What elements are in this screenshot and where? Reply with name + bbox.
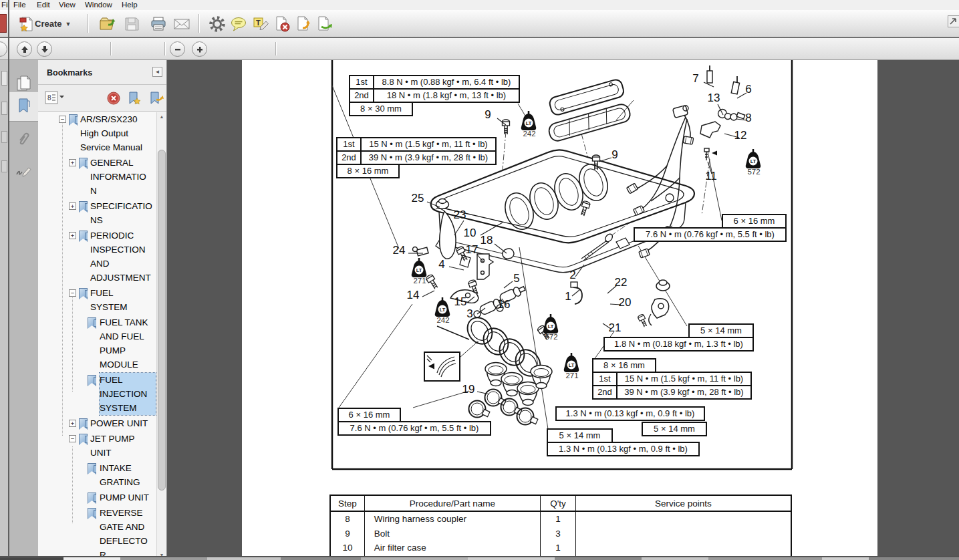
delete-bookmark-icon[interactable] [107,92,120,105]
collapse-panel-button[interactable]: ◄ [152,67,162,77]
previous-page-button[interactable] [17,41,32,57]
spec-text: 5 × 14 mm [688,323,754,338]
scrollbar-thumb[interactable] [158,150,166,491]
bookmark-item-pump-unit[interactable]: PUMP UNIT [38,491,156,505]
spec-text: 39 N • m (3.9 kgf • m, 28 ft • lb) [360,150,497,165]
bookmark-label[interactable]: JET PUMP UNIT [90,432,152,460]
bookmark-label[interactable]: PUMP UNIT [100,491,156,505]
nav-panel-strip [9,60,38,556]
print-icon[interactable] [149,15,168,33]
create-button[interactable]: Create ▼ [15,13,75,35]
bookmark-label[interactable]: POWER UNIT [90,416,152,430]
menu-file[interactable]: File [13,1,26,9]
svg-text:LT: LT [526,120,532,126]
email-icon[interactable] [172,15,191,33]
bookmark-label[interactable]: AR/SR/SX230 High Output Service Manual [80,112,151,154]
text-edit-icon[interactable]: T [251,15,270,33]
menu-help[interactable]: Help [122,1,138,9]
spec-text: 2nd [349,88,374,103]
column-header: Q'ty [541,496,576,511]
background-window-sliver [0,60,8,556]
menu-view[interactable]: View [59,1,76,9]
collapse-icon[interactable]: − [59,116,66,123]
background-partial-button [0,41,7,57]
table-cell: 10 [331,541,365,555]
bookmark-item-fuel-injection-system[interactable]: FUEL INJECTION SYSTEM [38,373,156,415]
zoom-in-button[interactable] [192,41,207,57]
loctite-242-icon: LT242 [431,297,455,324]
bookmark-label[interactable]: SPECIFICATIO NS [90,199,152,227]
bookmarks-scrollbar[interactable]: ▲ ▼ [156,112,166,560]
loctite-572-icon: LT572 [539,314,563,341]
table-row: 9Bolt3 [331,527,791,541]
bookmark-label[interactable]: FUEL TANK AND FUEL PUMP MODULE [100,315,156,372]
scroll-up-icon[interactable]: ▲ [157,112,166,122]
bookmark-icon [88,317,96,329]
part-number-label: 12 [734,129,747,142]
part-number-label: 9 [485,108,491,122]
save-icon[interactable] [122,15,141,33]
bookmark-item-ar-sr-sx230-high-output-service-manual[interactable]: −AR/SR/SX230 High Output Service Manual [38,112,156,154]
bookmark-label[interactable]: PERIODIC INSPECTION AND ADJUSTMENT [90,229,152,285]
attachments-icon[interactable] [9,124,38,155]
torque-spec-box: 1st8.8 N • m (0.88 kgf • m, 6.4 ft • lb)… [349,75,520,116]
expand-icon[interactable]: + [69,159,76,166]
part-number-label: 20 [619,296,632,309]
bookmark-icon [88,463,96,474]
svg-text:LT: LT [548,323,554,329]
column-header: Step [331,496,365,511]
bookmark-label[interactable]: FUEL SYSTEM [90,286,152,314]
goto-bookmark-icon[interactable] [148,91,164,106]
settings-icon[interactable] [208,15,227,33]
comment-bubble-icon[interactable] [229,15,248,33]
spec-text: 1st [336,137,362,152]
bookmark-item-intake-grating[interactable]: INTAKE GRATING [38,461,156,489]
menu-edit[interactable]: Edit [37,1,50,9]
part-number-label: 8 [745,112,751,125]
bookmark-item-specificatio-ns[interactable]: +SPECIFICATIO NS [38,199,156,227]
delete-page-icon[interactable] [273,15,291,33]
bookmark-item-fuel-system[interactable]: −FUEL SYSTEM [38,286,156,314]
bookmark-label[interactable]: FUEL INJECTION SYSTEM [100,373,156,415]
expand-icon[interactable]: + [69,202,76,210]
bookmark-item-fuel-tank-and-fuel-pump-module[interactable]: FUEL TANK AND FUEL PUMP MODULE [38,315,156,372]
open-file-icon[interactable] [98,15,117,33]
extract-page-icon[interactable] [294,15,313,33]
part-number-label: 10 [464,227,476,240]
bookmark-item-power-unit[interactable]: +POWER UNIT [38,416,156,430]
svg-text:LT: LT [569,362,575,368]
menu-window[interactable]: Window [85,1,112,9]
spec-text: 39 N • m (3.9 kgf • m, 28 ft • lb) [616,385,752,400]
new-bookmark-icon[interactable] [127,91,142,106]
bookmarks-panel-icon[interactable] [9,91,38,122]
bookmark-item-jet-pump-unit[interactable]: −JET PUMP UNIT [38,432,156,460]
collapse-icon[interactable]: − [69,435,76,442]
expand-icon[interactable]: + [69,420,76,427]
bookmark-icon [79,231,88,242]
spec-text: 7.6 N • m (0.76 kgf • m, 5.5 ft • lb) [337,421,491,436]
spec-text: 2nd [592,385,618,400]
bookmark-item-general-informatio-n[interactable]: +GENERAL INFORMATIO N [38,156,156,198]
document-pane[interactable]: 1st8.8 N • m (0.88 kgf • m, 6.4 ft • lb)… [167,60,959,560]
bookmark-icon [79,288,88,299]
svg-text:8: 8 [47,94,51,102]
zoom-out-button[interactable] [170,41,185,57]
toolbar-overflow-icon[interactable] [948,15,959,27]
next-page-button[interactable] [37,41,52,57]
bookmark-label[interactable]: INTAKE GRATING [100,461,156,489]
pdf-page: 1st8.8 N • m (0.88 kgf • m, 6.4 ft • lb)… [242,60,877,560]
table-header-row: StepProcedure/Part nameQ'tyService point… [331,496,791,512]
bookmark-label[interactable]: GENERAL INFORMATIO N [90,156,152,198]
spec-text: 1st [349,75,374,90]
torque-spec-box: 6 × 16 mm7.6 N • m (0.76 kgf • m, 5.5 ft… [337,408,491,436]
signatures-icon[interactable] [9,155,38,186]
bookmark-label[interactable]: REVERSE GATE AND DEFLECTO R [100,506,156,560]
expand-icon[interactable]: + [69,232,76,239]
bookmark-item-reverse-gate-and-deflecto-r[interactable]: REVERSE GATE AND DEFLECTO R [38,506,156,560]
loctite-242-icon: LT242 [517,111,541,138]
collapse-icon[interactable]: − [69,289,76,297]
bookmark-options-icon[interactable]: 8 [45,91,65,104]
export-page-icon[interactable] [315,15,333,33]
bookmarks-toolbar: 8 [38,85,166,112]
bookmark-item-periodic-inspection-and-adjustment[interactable]: +PERIODIC INSPECTION AND ADJUSTMENT [38,229,156,285]
